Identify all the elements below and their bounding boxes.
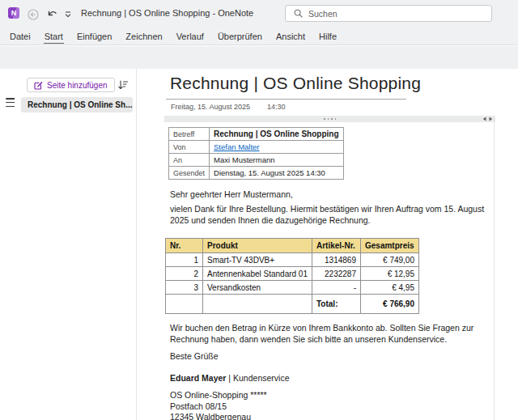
signature-name: Eduard Mayer (170, 373, 226, 383)
signature-role: Kundenservice (233, 373, 289, 383)
email-label: Betreff (169, 128, 210, 141)
search-placeholder: Suchen (308, 9, 338, 19)
invoice-row: 3 Versandkosten - € 4,95 (166, 281, 419, 295)
header-gesamtpreis: Gesamtpreis (361, 239, 419, 253)
cell-empty (166, 295, 203, 314)
menu-tab-start[interactable]: Start (44, 30, 64, 44)
cell-nr: 1 (166, 253, 203, 267)
cell-preis: € 749,00 (361, 253, 419, 267)
address-line-city: 12345 Waldbergenau (170, 412, 497, 420)
header-nr: Nr. (166, 239, 203, 253)
search-icon (294, 9, 303, 18)
cell-nr: 2 (166, 267, 203, 281)
page-date: Freitag, 15. August 2025 (171, 103, 250, 111)
email-row-betreff: Betreff Rechnung | OS Online Shopping (169, 128, 344, 141)
scroll-right-icon (489, 117, 493, 121)
total-label: Total: (312, 295, 361, 314)
back-icon[interactable] (28, 9, 39, 20)
company-address: OS Online-Shopping ***** Postfach 08/15 … (170, 390, 497, 420)
cell-preis: € 12,95 (361, 267, 419, 281)
email-label: Von (169, 141, 210, 154)
email-row-an: An Maxi Mustermann (169, 154, 344, 167)
email-sent-value: Dienstag, 15. August 2025 14:30 (210, 167, 343, 180)
cell-artikel: 1314869 (312, 253, 361, 267)
menu-tab-einfuegen[interactable]: Einfügen (76, 30, 113, 43)
onenote-app-icon: N (8, 7, 19, 19)
header-produkt: Produkt (203, 239, 312, 253)
greeting-text: Sehr geehrter Herr Mustermann, (170, 189, 497, 200)
add-page-button[interactable]: Seite hinzufügen (27, 78, 115, 92)
quick-access-toolbar-chevron-icon[interactable] (64, 11, 72, 19)
compose-new-page-icon (34, 81, 43, 90)
signature-line: Eduard Mayer | Kundenservice (170, 372, 497, 384)
closing-salutation: Beste Grüße (170, 350, 497, 362)
menu-tab-verlauf[interactable]: Verlauf (176, 30, 205, 43)
scrollbar-grip-dots[interactable] (164, 116, 495, 122)
email-header-table: Betreff Rechnung | OS Online Shopping Vo… (168, 127, 344, 180)
invoice-row: 1 Smart-TV 43DVB+ 1314869 € 749,00 (166, 253, 419, 267)
menu-tab-zeichnen[interactable]: Zeichnen (125, 30, 163, 43)
closing-paragraph: Wir buchen den Betrag in Kürze von Ihrem… (170, 322, 497, 345)
cell-artikel: - (312, 281, 361, 295)
email-label: An (169, 154, 210, 167)
page-list-item-rechnung[interactable]: Rechnung | OS Online Sh... (21, 97, 133, 112)
cell-produkt: Versandkosten (203, 281, 312, 295)
cell-empty (203, 295, 312, 314)
address-line-company: OS Online-Shopping ***** (170, 390, 497, 401)
onenote-window: N Rechnung | OS Online Shopping - OneNot… (0, 0, 518, 420)
menu-tab-ansicht[interactable]: Ansicht (275, 30, 306, 43)
undo-icon[interactable] (46, 8, 58, 20)
sender-link[interactable]: Stefan Malter (214, 142, 260, 151)
cell-produkt: Antennenkabel Standard 01 (203, 267, 312, 281)
signature-separator: | (226, 373, 233, 383)
menu-tab-datei[interactable]: Datei (9, 30, 32, 43)
menu-tab-hilfe[interactable]: Hilfe (318, 30, 338, 43)
email-recipient-value: Maxi Mustermann (210, 154, 343, 167)
cell-artikel: 2232287 (312, 267, 361, 281)
scrollbar-arrows[interactable] (482, 117, 493, 121)
menu-tab-ueberpruefen[interactable]: Überprüfen (217, 30, 263, 43)
cell-produkt: Smart-TV 43DVB+ (203, 253, 312, 267)
add-page-label: Seite hinzufügen (47, 81, 108, 90)
horizontal-scrollbar[interactable] (164, 116, 495, 122)
email-row-von: Von Stefan Malter (169, 141, 344, 154)
page-title-underline (166, 99, 406, 100)
cell-nr: 3 (166, 281, 203, 295)
header-artikel-nr: Artikel-Nr. (312, 239, 361, 253)
page-list-sidebar: Seite hinzufügen Rechnung | OS Online Sh… (15, 69, 136, 420)
invoice-table: Nr. Produkt Artikel-Nr. Gesamtpreis 1 Sm… (165, 238, 419, 314)
invoice-header-row: Nr. Produkt Artikel-Nr. Gesamtpreis (166, 239, 419, 253)
navigation-band (0, 46, 518, 69)
scroll-left-icon (482, 117, 486, 121)
email-row-gesendet: Gesendet Dienstag, 15. August 2025 14:30 (169, 167, 344, 180)
cell-preis: € 4,95 (361, 281, 419, 295)
email-label: Gesendet (169, 167, 210, 180)
page-title[interactable]: Rechnung | OS Online Shopping (170, 74, 421, 93)
email-subject-value: Rechnung | OS Online Shopping (210, 128, 343, 141)
page-canvas[interactable]: Rechnung | OS Online Shopping Freitag, 1… (137, 69, 518, 420)
invoice-row: 2 Antennenkabel Standard 01 2232287 € 12… (166, 267, 419, 281)
titlebar: N Rechnung | OS Online Shopping - OneNot… (0, 0, 518, 45)
search-input[interactable]: Suchen (285, 5, 492, 22)
menubar: Datei Start Einfügen Zeichnen Verlauf Üb… (9, 28, 338, 45)
page-time: 14:30 (267, 103, 286, 111)
address-line-postfach: Postfach 08/15 (170, 401, 497, 413)
total-value: € 766,90 (361, 295, 419, 314)
invoice-total-row: Total: € 766,90 (166, 295, 419, 314)
intro-paragraph: vielen Dank für Ihre Bestellung. Hiermit… (170, 203, 497, 226)
window-title: Rechnung | OS Online Shopping - OneNote (81, 8, 253, 18)
sort-pages-icon[interactable] (117, 78, 130, 91)
